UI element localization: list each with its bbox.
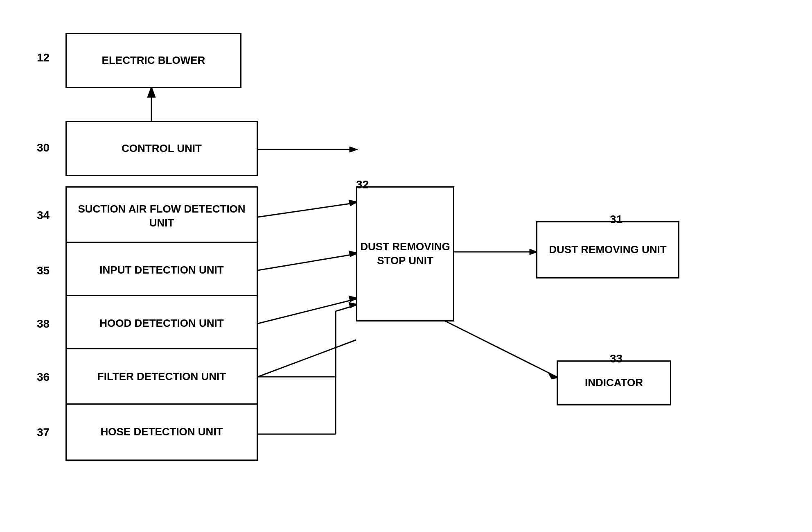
- control-unit-block: CONTROL UNIT: [65, 121, 258, 176]
- indicator-label: INDICATOR: [585, 376, 643, 390]
- diagram: ELECTRIC BLOWER 12 CONTROL UNIT 30 SUCTI…: [0, 0, 812, 532]
- hood-detection-block: HOOD DETECTION UNIT: [65, 295, 258, 352]
- control-unit-label: CONTROL UNIT: [122, 142, 202, 156]
- suction-airflow-label: SUCTION AIR FLOW DETECTION UNIT: [67, 202, 257, 230]
- input-detection-ref: 35: [37, 264, 50, 277]
- svg-line-6: [258, 254, 356, 270]
- filter-detection-ref: 36: [37, 371, 50, 384]
- svg-line-8: [258, 299, 356, 324]
- hood-detection-ref: 38: [37, 317, 50, 331]
- hose-detection-ref: 37: [37, 426, 50, 439]
- indicator-ref: 33: [610, 352, 623, 365]
- input-detection-label: INPUT DETECTION UNIT: [99, 263, 223, 277]
- dust-removing-unit-ref: 31: [610, 213, 623, 226]
- electric-blower-label: ELECTRIC BLOWER: [102, 54, 205, 68]
- dust-removing-unit-label: DUST REMOVING UNIT: [549, 243, 666, 257]
- svg-line-19: [434, 315, 557, 377]
- electric-blower-ref: 12: [37, 51, 50, 64]
- suction-airflow-block: SUCTION AIR FLOW DETECTION UNIT: [65, 186, 258, 246]
- electric-blower-block: ELECTRIC BLOWER: [65, 33, 241, 88]
- svg-line-4: [258, 203, 356, 217]
- hose-detection-block: HOSE DETECTION UNIT: [65, 403, 258, 461]
- dust-removing-unit-block: DUST REMOVING UNIT: [536, 221, 679, 278]
- filter-detection-block: FILTER DETECTION UNIT: [65, 348, 258, 405]
- svg-marker-3: [350, 147, 358, 152]
- dust-removing-stop-label: DUST REMOVING STOP UNIT: [357, 240, 453, 268]
- dust-removing-stop-ref: 32: [356, 178, 369, 191]
- suction-airflow-ref: 34: [37, 209, 50, 222]
- input-detection-block: INPUT DETECTION UNIT: [65, 242, 258, 299]
- svg-line-10: [258, 340, 356, 377]
- hose-detection-label: HOSE DETECTION UNIT: [100, 425, 223, 439]
- filter-detection-label: FILTER DETECTION UNIT: [97, 370, 226, 384]
- hood-detection-label: HOOD DETECTION UNIT: [99, 317, 223, 331]
- indicator-block: INDICATOR: [557, 360, 671, 405]
- dust-removing-stop-block: DUST REMOVING STOP UNIT: [356, 186, 454, 321]
- control-unit-ref: 30: [37, 141, 50, 154]
